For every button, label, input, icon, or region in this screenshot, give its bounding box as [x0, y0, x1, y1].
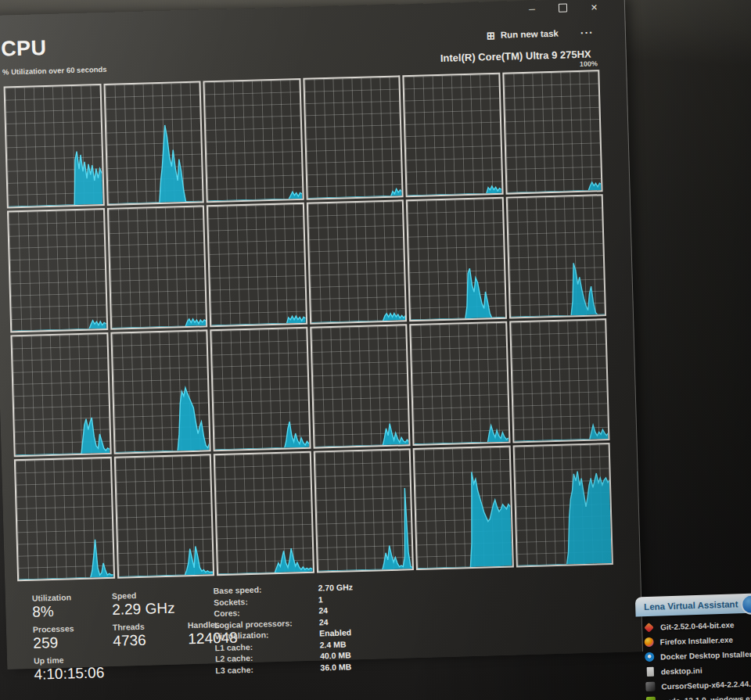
stat-label: Processes [33, 623, 100, 634]
assistant-tab[interactable]: Lena Virtual Assistant [635, 594, 751, 617]
scale-max-label: 100% [580, 59, 598, 70]
stat-label: Threads [113, 621, 175, 632]
cpu-core-graph-4[interactable] [402, 73, 503, 197]
cpu-core-graph-7[interactable] [106, 205, 207, 329]
stat-value: 4736 [113, 631, 176, 650]
docker-icon [645, 652, 654, 662]
cpu-core-graph-16[interactable] [409, 321, 510, 446]
desktop-item-label: Docker Desktop Installer.exe [660, 649, 751, 661]
desktop-item-label: Git-2.52.0-64-bit.exe [660, 620, 735, 631]
file-icon [646, 667, 653, 677]
task-manager-window: ─ ✕ CPU ⊞ Run new task ··· % Utilization… [0, 0, 643, 669]
spec-value: 40.0 MB [320, 649, 351, 662]
spec-value: 24 [319, 616, 329, 628]
stat-value: 8% [32, 601, 100, 620]
cpu-core-graph-0[interactable] [4, 84, 105, 208]
close-button[interactable]: ✕ [591, 3, 598, 12]
photo-of-task-manager: ─ ✕ CPU ⊞ Run new task ··· % Utilization… [0, 0, 751, 700]
desktop-item[interactable]: Git-2.52.0-64-bit.exe [644, 620, 751, 632]
spec-value: Enabled [319, 626, 351, 639]
cpu-core-graph-12[interactable] [10, 332, 111, 457]
cpu-core-graph-1[interactable] [103, 81, 204, 205]
assistant-overlay: Lena Virtual Assistant Git-2.52.0-64-bit… [635, 594, 751, 700]
desktop-item[interactable]: desktop.ini [645, 664, 751, 677]
desktop-item-label: cuda_13.1.0_windows.exe [662, 694, 751, 700]
run-new-task-label: Run new task [501, 29, 559, 40]
desktop-file-list: Git-2.52.0-64-bit.exeFirefox Installer.e… [636, 620, 751, 700]
cpu-core-graph-17[interactable] [509, 318, 610, 443]
cpu-stats: Utilization Speed 8% 2.29 GHz Processes … [32, 576, 643, 695]
git-icon [644, 623, 654, 633]
spec-value: 2.70 GHz [318, 581, 353, 594]
desktop-item[interactable]: CursorSetup-x64-2.2.44.exe [645, 679, 751, 691]
stat-label: Utilization [32, 591, 99, 602]
cursor-icon [645, 682, 655, 691]
cpu-core-graph-19[interactable] [113, 454, 214, 578]
cpu-core-graph-18[interactable] [14, 457, 115, 581]
spec-value: 24 [318, 605, 328, 616]
cuda-icon [646, 697, 656, 700]
desktop-item-label: CursorSetup-x64-2.2.44.exe [661, 679, 751, 691]
desktop-item-label: desktop.ini [661, 666, 702, 676]
maximize-button[interactable] [559, 3, 567, 13]
more-options-button[interactable]: ··· [580, 26, 594, 38]
cpu-core-graph-11[interactable] [505, 194, 606, 318]
cpu-core-graph-21[interactable] [313, 448, 414, 573]
cpu-core-graph-13[interactable] [110, 329, 211, 454]
stat-value: 259 [33, 633, 101, 652]
cpu-core-graph-10[interactable] [406, 197, 507, 321]
assistant-title: Lena Virtual Assistant [644, 599, 738, 612]
cpu-core-graph-5[interactable] [502, 70, 603, 194]
logical-processors-grid [4, 70, 613, 581]
spec-value: 2.4 MB [319, 638, 346, 650]
cpu-core-graph-3[interactable] [303, 75, 404, 199]
cpu-core-graph-15[interactable] [310, 324, 411, 448]
cpu-core-graph-9[interactable] [306, 199, 407, 324]
desktop-item-label: Firefox Installer.exe [659, 635, 733, 646]
cpu-core-graph-2[interactable] [203, 78, 304, 203]
cpu-core-graph-14[interactable] [210, 327, 311, 451]
run-new-task-button[interactable]: ⊞ Run new task [487, 27, 559, 41]
spec-value: 1 [318, 594, 323, 605]
assistant-avatar-icon[interactable] [741, 594, 751, 615]
cpu-core-graph-6[interactable] [7, 208, 108, 332]
cpu-core-graph-23[interactable] [512, 443, 613, 567]
stats-right-block: Base speed:2.70 GHzSockets:1Cores:24Logi… [213, 581, 355, 676]
cpu-core-graph-20[interactable] [214, 451, 314, 576]
firefox-icon [644, 637, 653, 647]
desktop-item[interactable]: cuda_13.1.0_windows.exe [646, 694, 751, 700]
desktop-item[interactable]: Docker Desktop Installer.exe [645, 649, 751, 662]
cpu-core-graph-8[interactable] [207, 203, 307, 327]
cpu-core-graph-22[interactable] [413, 446, 514, 570]
run-new-task-icon: ⊞ [487, 29, 495, 41]
minimize-button[interactable]: ─ [529, 5, 535, 13]
spec-value: 36.0 MB [320, 661, 351, 673]
desktop-item[interactable]: Firefox Installer.exe [644, 634, 751, 647]
maximize-icon [559, 3, 567, 12]
page-title: CPU [1, 35, 47, 61]
